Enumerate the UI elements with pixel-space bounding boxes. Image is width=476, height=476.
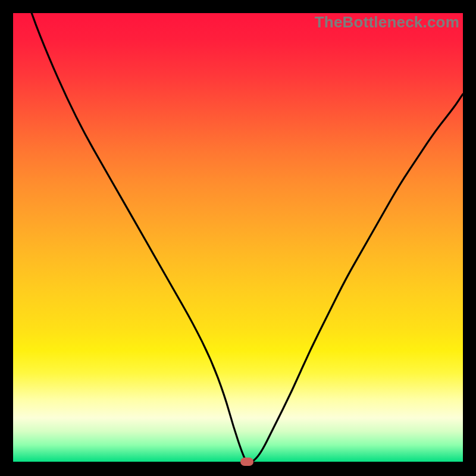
curve-path	[13, 13, 463, 463]
chart-stage: TheBottleneck.com	[0, 0, 476, 476]
chart-plot-area: TheBottleneck.com	[13, 13, 463, 463]
bottleneck-curve	[13, 13, 463, 463]
